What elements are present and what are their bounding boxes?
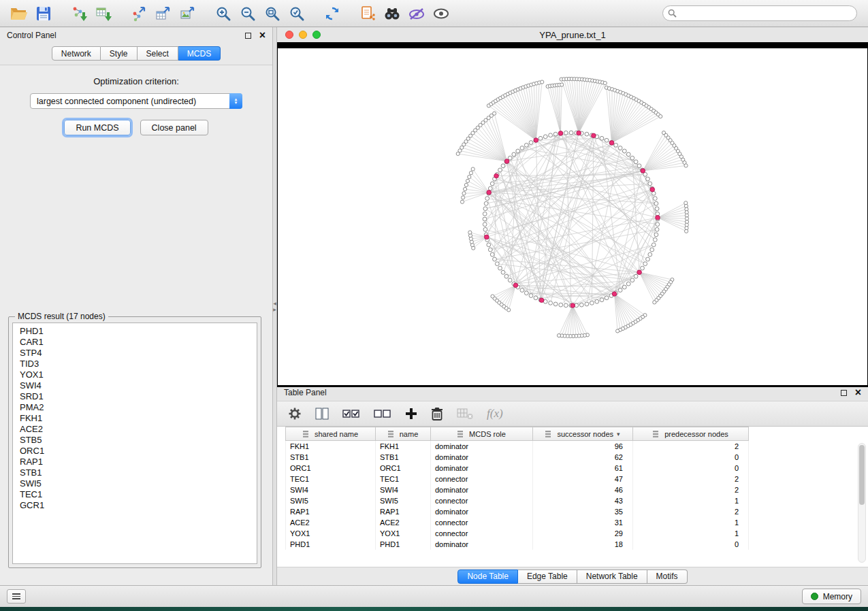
table-settings-button[interactable] <box>288 407 302 420</box>
import-network-button[interactable] <box>67 3 91 24</box>
table-row[interactable]: PHD1PHD1dominator180 <box>286 539 749 550</box>
table-row[interactable]: ORC1ORC1dominator610 <box>286 463 749 474</box>
table-cell: dominator <box>431 441 533 452</box>
first-neighbors-button[interactable] <box>380 3 404 24</box>
mcds-result-item[interactable]: STB5 <box>13 435 257 446</box>
mcds-result-item[interactable]: RAP1 <box>13 457 257 467</box>
memory-button[interactable]: Memory <box>802 589 861 604</box>
mcds-result-item[interactable]: ACE2 <box>13 424 257 435</box>
refresh-layout-button[interactable] <box>320 3 344 24</box>
mcds-result-title: MCDS result (17 nodes) <box>15 312 108 321</box>
import-table-button[interactable] <box>91 3 116 24</box>
vertical-scrollbar[interactable] <box>858 443 866 563</box>
tab-edge-table[interactable]: Edge Table <box>518 569 577 584</box>
table-cell: 29 <box>533 528 633 539</box>
zoom-fit-button[interactable] <box>260 3 285 24</box>
mcds-result-item[interactable]: TEC1 <box>13 489 257 500</box>
table-cell: 2 <box>633 506 749 517</box>
float-panel-icon[interactable] <box>245 33 251 39</box>
node-table-area: shared name name MCDS role successor nod… <box>277 427 868 567</box>
delete-column-button[interactable] <box>431 407 443 420</box>
mcds-result-item[interactable]: CAR1 <box>13 337 257 348</box>
tab-network[interactable]: Network <box>52 46 101 61</box>
table-row[interactable]: SWI4SWI4dominator462 <box>286 484 749 495</box>
tab-node-table[interactable]: Node Table <box>457 569 518 584</box>
mcds-result-item[interactable]: STB1 <box>13 467 257 478</box>
memory-label: Memory <box>823 592 852 601</box>
hide-graphics-button[interactable] <box>404 3 429 24</box>
clone-network-button[interactable] <box>355 3 380 24</box>
deselect-all-rows-button[interactable] <box>374 408 391 420</box>
zoom-in-button[interactable] <box>211 3 236 24</box>
column-header-name[interactable]: name <box>376 427 431 441</box>
mcds-result-item[interactable]: SWI4 <box>13 380 257 391</box>
refresh-icon <box>324 5 340 22</box>
table-row[interactable]: FKH1FKH1dominator962 <box>286 441 749 452</box>
table-row[interactable]: TEC1TEC1connector472 <box>286 474 749 484</box>
sort-descending-icon: ▾ <box>617 431 620 437</box>
show-details-button[interactable] <box>429 3 453 24</box>
show-columns-button[interactable] <box>315 408 329 420</box>
table-cell: ACE2 <box>286 517 376 528</box>
mcds-result-list[interactable]: PHD1CAR1STP4TID3YOX1SWI4SRD1PMA2FKH1ACE2… <box>12 323 257 564</box>
network-canvas[interactable] <box>278 48 867 382</box>
tab-mcds[interactable]: MCDS <box>178 46 221 61</box>
tab-select[interactable]: Select <box>138 46 178 61</box>
float-table-panel-icon[interactable] <box>841 390 847 396</box>
zoom-selected-button[interactable] <box>285 3 309 24</box>
mcds-result-item[interactable]: SRD1 <box>13 391 257 402</box>
window-zoom-button[interactable] <box>312 31 321 39</box>
tab-style[interactable]: Style <box>101 46 138 61</box>
run-mcds-button[interactable]: Run MCDS <box>64 120 130 135</box>
tab-network-table[interactable]: Network Table <box>577 569 647 584</box>
close-table-panel-icon[interactable]: × <box>855 389 861 397</box>
mcds-result-item[interactable]: ORC1 <box>13 446 257 457</box>
mcds-result-item[interactable]: PHD1 <box>13 326 257 337</box>
table-row[interactable]: ACE2ACE2connector311 <box>286 517 749 528</box>
column-header-shared-name[interactable]: shared name <box>286 427 376 441</box>
export-image-button[interactable] <box>176 3 200 24</box>
table-row[interactable]: SWI5SWI5connector431 <box>286 495 749 506</box>
table-row[interactable]: YOX1YOX1connector291 <box>286 528 749 539</box>
control-panel-title: Control Panel <box>7 31 57 40</box>
table-cell: SWI4 <box>376 484 431 495</box>
mcds-result-item[interactable]: SWI5 <box>13 478 257 489</box>
export-network-button[interactable] <box>127 3 151 24</box>
open-file-button[interactable] <box>7 3 31 24</box>
close-panel-icon[interactable]: × <box>259 31 266 39</box>
table-row[interactable]: STB1STB1dominator620 <box>286 452 749 463</box>
panel-splitter[interactable]: ◀ ▶ <box>272 27 277 585</box>
column-header-predecessor-nodes[interactable]: predecessor nodes <box>633 427 749 441</box>
tab-motifs[interactable]: Motifs <box>647 569 688 584</box>
eye-icon <box>432 6 450 21</box>
mcds-result-item[interactable]: PMA2 <box>13 402 257 413</box>
save-session-button[interactable] <box>31 3 56 24</box>
search-input[interactable] <box>662 5 857 21</box>
column-header-mcds-role[interactable]: MCDS role <box>431 427 533 441</box>
table-cell: 0 <box>633 452 749 463</box>
main-toolbar <box>0 0 868 27</box>
table-cell: connector <box>431 528 533 539</box>
add-column-button[interactable] <box>405 408 417 420</box>
mcds-result-item[interactable]: YOX1 <box>13 369 257 380</box>
export-table-button[interactable] <box>151 3 176 24</box>
mcds-result-item[interactable]: TID3 <box>13 359 257 369</box>
table-cell: connector <box>431 495 533 506</box>
window-close-button[interactable] <box>285 31 293 39</box>
scrollbar-thumb[interactable] <box>859 445 865 505</box>
select-all-rows-button[interactable] <box>342 408 360 420</box>
mcds-result-item[interactable]: GCR1 <box>13 500 257 511</box>
table-row[interactable]: RAP1RAP1dominator352 <box>286 506 749 517</box>
mcds-result-item[interactable]: STP4 <box>13 348 257 359</box>
column-header-successor-nodes[interactable]: successor nodes▾ <box>533 427 633 441</box>
task-history-button[interactable] <box>7 589 26 604</box>
mcds-result-item[interactable]: FKH1 <box>13 413 257 424</box>
window-minimize-button[interactable] <box>299 31 307 39</box>
zoom-out-button[interactable] <box>236 3 260 24</box>
collapse-right-icon[interactable]: ▶ <box>273 307 276 312</box>
mcds-panel-body: Optimization criterion: largest connecte… <box>0 65 272 585</box>
criterion-dropdown[interactable]: largest connected component (undirected)… <box>30 93 242 109</box>
column-sort-icon <box>653 431 661 437</box>
collapse-left-icon[interactable]: ◀ <box>273 301 276 306</box>
close-panel-button[interactable]: Close panel <box>140 120 208 135</box>
